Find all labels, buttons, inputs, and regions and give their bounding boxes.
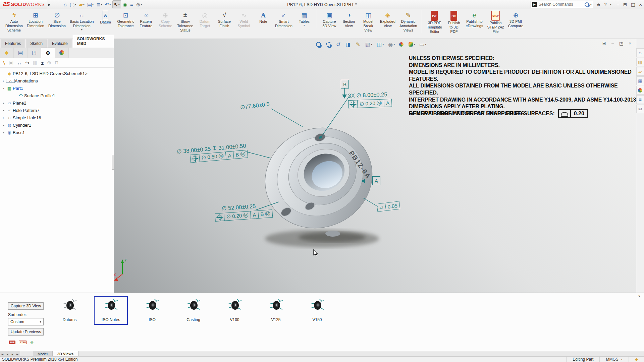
collapse-panel-icon[interactable]: ∨	[638, 294, 641, 298]
tree-item[interactable]: ▸ A Annotations	[1, 77, 114, 84]
view-tool-button[interactable]: ↺	[335, 40, 342, 48]
ribbon-button[interactable]: ◑ Section View	[339, 10, 358, 29]
expander-icon[interactable]: ▸	[1, 109, 6, 112]
quick-access-button[interactable]: ↖ ▾	[112, 0, 121, 8]
general-profile-note[interactable]: GENERAL PROFILE TOL FOR UNSPECIFIED SURF…	[409, 109, 588, 118]
view-tool-button[interactable]: ▧ ▾	[365, 40, 373, 48]
user-account-icon[interactable]: ☻	[596, 2, 601, 7]
view-tool-button[interactable]: ▭ ▾	[419, 40, 427, 48]
doc-minimize-button[interactable]: –	[611, 41, 614, 46]
quick-access-button[interactable]: ↶ ▾	[104, 1, 112, 8]
quick-access-button[interactable]: ≡	[129, 1, 135, 8]
dimxpert-tool-icon[interactable]: ▥	[33, 60, 38, 66]
datum-b-label[interactable]: B	[341, 80, 349, 88]
ribbon-button[interactable]: A Datum	[96, 10, 115, 25]
quick-access-button[interactable]: ▰ ▾	[78, 1, 86, 8]
tree-item[interactable]: ▸ ◍ Cylinder1	[1, 121, 114, 129]
task-pane-button[interactable]: ▱	[636, 67, 644, 76]
task-pane-button[interactable]: ⌂	[636, 48, 644, 57]
tree-root[interactable]: ◆ PB12-6, LSD HYD Cover<Scheme51>	[1, 70, 114, 77]
update-previews-button[interactable]: Update Previews	[8, 328, 44, 336]
sort-order-select[interactable]: Custom ▾	[8, 318, 44, 325]
view-thumbnail[interactable]: ISO Notes	[94, 296, 128, 325]
view-tool-button[interactable]	[398, 40, 405, 48]
ribbon-button[interactable]: ℮ Publish to eDrawings	[464, 10, 485, 29]
view-tool-button[interactable]: ✎	[355, 40, 362, 48]
ribbon-button[interactable]: ↔ Smart Dimension	[273, 10, 294, 29]
ribbon-button[interactable]: ✎ Dynamic Annotation Views	[398, 10, 422, 33]
datum-a-label[interactable]: A	[372, 176, 380, 185]
nav-prev-icon[interactable]: ◀	[5, 351, 10, 357]
dimxpert-tool-icon[interactable]: ⊕	[47, 60, 51, 66]
dock-button[interactable]: ⊞	[623, 2, 627, 7]
menu-flyout-arrow[interactable]: ▶	[47, 3, 54, 6]
ribbon-button[interactable]: ± Show Tolerance Status	[175, 10, 195, 33]
task-pane-button[interactable]: ▥	[636, 58, 644, 66]
tag-icon[interactable]: ◆	[629, 357, 644, 362]
ribbon-button[interactable]: STEP Publish STEP 242 File	[485, 10, 505, 35]
close-button[interactable]: ×	[639, 2, 642, 7]
graphics-viewport[interactable]: PB12-6A Y	[114, 39, 636, 293]
quick-access-button[interactable]: ⊛ ▾	[135, 1, 143, 8]
view-tool-button[interactable]	[315, 40, 322, 48]
view-tool-button[interactable]: ◨	[345, 40, 352, 48]
dimxpert-tool-icon[interactable]: ±	[41, 60, 44, 66]
ribbon-button[interactable]: ⌂⌂ Pattern Feature	[137, 10, 155, 29]
ribbon-button[interactable]: ⊕ Copy Scheme	[156, 10, 175, 29]
tree-item[interactable]: ▾ ▦ Part1	[1, 84, 114, 92]
tree-item[interactable]: ▸ ▱ Plane2	[1, 99, 114, 107]
ribbon-button[interactable]: ◎ Datum Target	[196, 10, 214, 29]
doc-restore-button[interactable]: ◳	[619, 41, 623, 46]
expander-icon[interactable]: ▸	[1, 102, 6, 105]
ribbon-button[interactable]: ▦ Tables ▾	[295, 10, 316, 27]
ribbon-button[interactable]: PDF 3D PDF Template Editor	[425, 10, 444, 35]
quick-access-button[interactable]: ◉	[122, 1, 128, 8]
task-pane-button[interactable]: ▦	[636, 76, 644, 85]
ribbon-button[interactable]: ▣ Capture 3D View	[320, 10, 339, 29]
ribbon-button[interactable]: √ Surface Finish	[215, 10, 234, 29]
task-pane-button[interactable]	[636, 86, 644, 95]
help-icon[interactable]: ?	[604, 2, 607, 7]
ribbon-button[interactable]: PDF Publish to 3D PDF	[444, 10, 463, 35]
view-thumbnail[interactable]: V150	[300, 296, 334, 325]
publish-3d-pdf-icon[interactable]: PDF	[9, 341, 15, 344]
tree-item[interactable]: ▸ ○ Simple Hole16	[1, 114, 114, 121]
tab-model[interactable]: Model	[33, 351, 53, 357]
task-pane-button[interactable]: ✉	[636, 105, 644, 113]
tree-item[interactable]: ◠ Surface Profile1	[1, 92, 114, 99]
command-tab[interactable]: Evaluate	[48, 40, 72, 48]
help-caret-icon[interactable]: ▾	[610, 3, 611, 6]
quick-access-button[interactable]: ≣ ▾	[95, 1, 103, 8]
expander-icon[interactable]: ▾	[1, 87, 6, 90]
quick-access-button[interactable]: ▤ ▾	[86, 1, 95, 8]
view-thumbnail[interactable]: Casting	[176, 296, 210, 325]
view-thumbnail[interactable]: V125	[259, 296, 293, 325]
doc-close-button[interactable]: ×	[629, 41, 631, 46]
manager-tab[interactable]: ◳	[28, 48, 41, 58]
tree-item[interactable]: ▸ ⌂⌂ Hole Pattern7	[1, 107, 114, 114]
tree-item[interactable]: ▸ ◉ Boss1	[1, 129, 114, 136]
ribbon-button[interactable]: ⊞ Location Dimension	[25, 10, 46, 29]
dimxpert-tool-icon[interactable]: ϟ	[3, 60, 5, 66]
ribbon-button[interactable]: ↔ Basic Location Dimension ▾	[68, 10, 96, 32]
command-tab[interactable]: Features	[1, 40, 25, 48]
dimxpert-tool-icon[interactable]: ↔	[17, 60, 22, 66]
position-fcf-8[interactable]: ∅ 0.20 Ⓜ A	[348, 99, 392, 109]
quick-access-button[interactable]: ⌂	[63, 1, 68, 8]
dimxpert-tool-icon[interactable]: ▣	[9, 60, 13, 66]
ribbon-button[interactable]: ⊡ Geometric Tolerance	[115, 10, 136, 29]
nav-next-icon[interactable]: ▶	[10, 351, 15, 357]
tab-3d-views[interactable]: 3D Views	[53, 351, 78, 357]
ribbon-button[interactable]: ◫ Model Break View	[359, 10, 378, 33]
ribbon-button[interactable]: ⊕ 3D PMI Compare	[506, 10, 525, 29]
doc-dock-button[interactable]: ⊞	[602, 42, 607, 45]
view-tool-button[interactable]: ◉ ▾	[387, 40, 395, 48]
publish-edrawings-icon[interactable]: ℮	[30, 339, 34, 345]
ribbon-button[interactable]: ϟ Auto Dimension Scheme	[4, 10, 24, 33]
nav-last-icon[interactable]: ▶|	[15, 351, 20, 357]
dimxpert-tool-icon[interactable]: ⊓	[55, 60, 59, 66]
publish-step-icon[interactable]: STEP	[19, 341, 27, 344]
dimxpert-tool-icon[interactable]: ↪	[25, 60, 30, 66]
capture-3d-view-button[interactable]: Capture 3D View	[8, 302, 44, 310]
manager-tab[interactable]: ⊕	[41, 48, 55, 58]
